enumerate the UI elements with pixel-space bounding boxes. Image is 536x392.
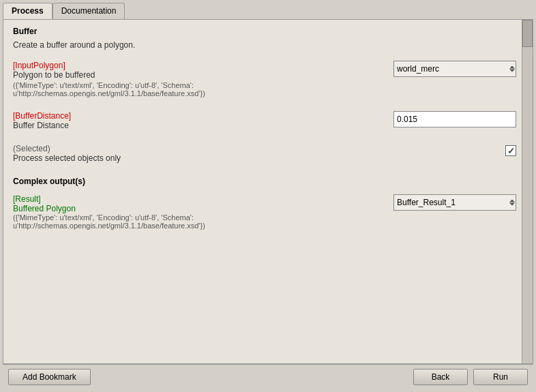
buffer-distance-name: Buffer Distance — [13, 121, 383, 130]
main-window: Process Documentation Buffer Create a bu… — [0, 0, 536, 392]
input-polygon-tag: [InputPolygon] — [13, 61, 383, 70]
buffer-distance-tag: [BufferDistance] — [13, 111, 383, 121]
input-polygon-block: [InputPolygon] Polygon to be buffered ({… — [13, 61, 516, 97]
result-name: Buffered Polygon — [13, 204, 383, 213]
buffer-distance-labels: [BufferDistance] Buffer Distance — [13, 111, 393, 130]
input-polygon-control: world_merc — [393, 61, 516, 77]
input-polygon-dropdown[interactable]: world_merc — [393, 61, 516, 77]
selected-labels: (Selected) Process selected objects only — [13, 144, 393, 163]
scrollable-content: Buffer Create a buffer around a polygon.… — [3, 20, 533, 363]
buffer-section: Buffer Create a buffer around a polygon. — [13, 27, 516, 50]
back-button[interactable]: Back — [413, 369, 468, 385]
result-block: [Result] Buffered Polygon ({'MimeType': … — [13, 194, 516, 230]
tab-bar: Process Documentation — [0, 0, 536, 19]
tab-documentation[interactable]: Documentation — [53, 3, 125, 19]
add-bookmark-button[interactable]: Add Bookmark — [8, 369, 91, 385]
result-tag: [Result] — [13, 194, 383, 204]
result-desc: ({'MimeType': u'text/xml', 'Encoding': u… — [13, 213, 383, 230]
input-polygon-labels: [InputPolygon] Polygon to be buffered ({… — [13, 61, 393, 97]
result-labels: [Result] Buffered Polygon ({'MimeType': … — [13, 194, 393, 230]
buffer-description: Create a buffer around a polygon. — [13, 40, 516, 50]
content-area: Buffer Create a buffer around a polygon.… — [3, 19, 533, 364]
selected-checkbox[interactable] — [505, 145, 516, 156]
buffer-distance-block: [BufferDistance] Buffer Distance — [13, 111, 516, 130]
bottom-bar: Add Bookmark Back Run — [3, 364, 533, 389]
result-dropdown[interactable]: Buffer_Result_1 — [393, 194, 516, 211]
input-polygon-desc: ({'MimeType': u'text/xml', 'Encoding': u… — [13, 81, 383, 97]
tab-process[interactable]: Process — [3, 3, 53, 19]
run-button[interactable]: Run — [473, 369, 528, 385]
selected-tag: (Selected) — [13, 144, 393, 153]
input-polygon-dropdown-wrapper: world_merc — [393, 61, 516, 77]
buffer-title: Buffer — [13, 27, 516, 36]
scrollbar-track[interactable] — [522, 20, 533, 363]
scrollbar-thumb[interactable] — [522, 20, 533, 47]
selected-block: (Selected) Process selected objects only — [13, 144, 516, 163]
input-polygon-name: Polygon to be buffered — [13, 70, 383, 80]
selected-name: Process selected objects only — [13, 153, 393, 163]
selected-control — [393, 144, 516, 156]
buffer-distance-control — [393, 111, 516, 127]
right-buttons: Back Run — [413, 369, 528, 385]
result-dropdown-wrapper: Buffer_Result_1 — [393, 194, 516, 211]
result-control: Buffer_Result_1 — [393, 194, 516, 211]
buffer-distance-input[interactable] — [393, 111, 516, 127]
complex-outputs-header: Complex output(s) — [13, 177, 516, 186]
